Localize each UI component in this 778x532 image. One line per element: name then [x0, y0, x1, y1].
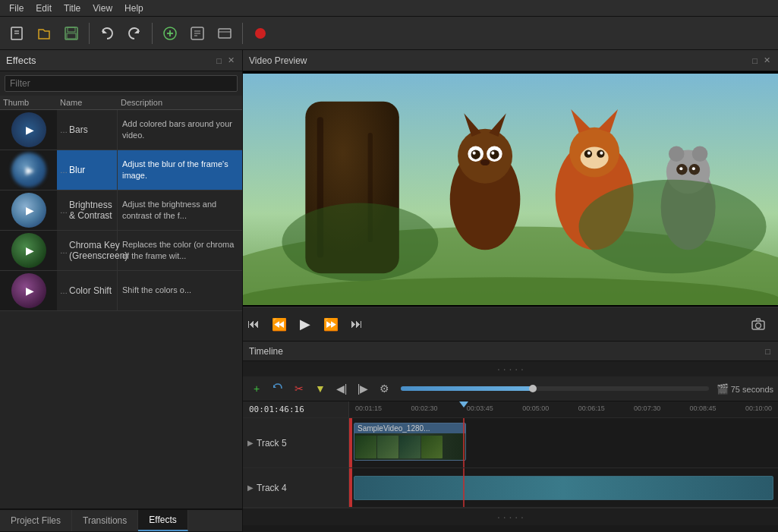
- ruler-mark-5: 00:06:15: [578, 405, 605, 414]
- col-thumb-header: Thumb: [3, 98, 60, 107]
- track-row-4: ▶ Track 4: [243, 468, 778, 508]
- menu-help[interactable]: Help: [118, 2, 150, 15]
- effect-thumb-blur: ▶: [0, 150, 57, 190]
- effects-panel-float[interactable]: □: [215, 55, 223, 65]
- svg-point-50: [692, 167, 695, 170]
- filter-input[interactable]: [5, 75, 238, 92]
- col-desc-header: Description: [121, 98, 230, 107]
- effect-name-blur: … Blur: [57, 150, 118, 190]
- menu-file[interactable]: File: [3, 2, 30, 15]
- svg-point-46: [692, 146, 708, 162]
- add-track-button[interactable]: [158, 21, 182, 46]
- playhead-line-track5: [463, 418, 465, 467]
- scrubber-handle[interactable]: [529, 385, 537, 392]
- undo-button[interactable]: [95, 21, 119, 46]
- timeline-float-button[interactable]: □: [764, 347, 772, 356]
- effect-desc-blur: Adjust the blur of the frame's image.: [118, 150, 242, 190]
- toolbar-separator-1: [89, 23, 90, 44]
- track-expand-icon[interactable]: ▶: [247, 439, 254, 447]
- camera-icon: [751, 318, 765, 330]
- video-clip-1[interactable]: SampleVideo_1280...: [354, 423, 466, 461]
- tl-next-button[interactable]: |▶: [354, 379, 372, 398]
- tab-project-files[interactable]: Project Files: [0, 510, 72, 531]
- open-button[interactable]: [32, 21, 56, 46]
- preview-float-button[interactable]: □: [751, 55, 759, 65]
- record-button[interactable]: [248, 21, 272, 46]
- timeline-header: Timeline □: [243, 342, 778, 361]
- effect-row-blur[interactable]: ▶ … Blur Adjust the blur of the frame's …: [0, 150, 242, 190]
- effects-panel-controls: □ ✕: [215, 55, 236, 65]
- timeline-toolbar: + ✂ ▼ ◀| |▶ ⚙: [243, 376, 778, 401]
- tab-transitions[interactable]: Transitions: [72, 510, 138, 531]
- effect-name-bars: … Bars: [57, 110, 118, 150]
- svg-point-40: [473, 151, 476, 154]
- effect-thumb-color: ▶: [0, 271, 57, 310]
- effect-thumb-bars: ▶: [0, 110, 57, 150]
- timeline-scrubber-track[interactable]: [401, 386, 709, 391]
- left-panel: Effects □ ✕ Thumb Name Description: [0, 50, 243, 532]
- tl-settings-button[interactable]: ⚙: [375, 379, 393, 398]
- timeline-duration: 🎬 75 seconds: [717, 383, 773, 395]
- toolbar: [0, 17, 778, 50]
- new-button[interactable]: [5, 21, 29, 46]
- effect-thumb-chroma: ▶: [0, 231, 57, 270]
- tl-cut-button[interactable]: ✂: [290, 379, 308, 398]
- filter-bar: [0, 71, 242, 96]
- thumb-bars-icon: ▶: [11, 112, 46, 147]
- menu-bar: File Edit Title View Help: [0, 0, 778, 17]
- edit-button[interactable]: [185, 21, 209, 46]
- effects-panel-title: Effects: [6, 55, 36, 66]
- play-icon-color: ▶: [26, 285, 34, 297]
- effect-row-bars[interactable]: ▶ … Bars Add colored bars around your vi…: [0, 110, 242, 150]
- track-row-5: ▶ Track 5 SampleVideo_1280...: [243, 418, 778, 468]
- save-button[interactable]: [59, 21, 83, 46]
- tl-filter-button[interactable]: ▼: [311, 379, 329, 398]
- play-icon-brightness: ▶: [26, 204, 34, 216]
- play-icon-blur: ▶: [26, 164, 34, 176]
- track-5-marker: [349, 418, 352, 467]
- preview-panel-controls: □ ✕: [751, 55, 772, 65]
- effect-row-chroma[interactable]: ▶ … Chroma Key (Greenscreen) Replaces th…: [0, 231, 242, 271]
- preview-close-button[interactable]: ✕: [762, 55, 772, 65]
- svg-rect-15: [219, 29, 231, 38]
- ruler-mark-3: 00:03:45: [467, 405, 493, 414]
- screenshot-button[interactable]: [748, 313, 769, 335]
- tl-undo-button[interactable]: [269, 379, 287, 398]
- track-4-label: Track 4: [257, 483, 287, 493]
- clip-header: SampleVideo_1280...: [354, 423, 465, 433]
- fast-forward-button[interactable]: ⏩: [320, 313, 342, 335]
- rewind-button[interactable]: ⏪: [269, 313, 290, 335]
- svg-point-27: [581, 146, 609, 168]
- track-4-expand-icon[interactable]: ▶: [247, 483, 254, 492]
- menu-view[interactable]: View: [87, 2, 118, 15]
- audio-clip[interactable]: [354, 476, 773, 500]
- ruler-mark-1: 00:01:15: [355, 405, 382, 414]
- track-label-5: ▶ Track 5: [243, 418, 349, 467]
- svg-point-33: [458, 128, 512, 183]
- skip-forward-button[interactable]: ⏭: [346, 313, 367, 335]
- tl-add-button[interactable]: +: [247, 379, 266, 398]
- effects-panel-header: Effects □ ✕: [0, 50, 242, 71]
- redo-button[interactable]: [122, 21, 146, 46]
- timeline-section: Timeline □ · · · · · + ✂ ▼ ◀| |▶ ⚙: [243, 341, 778, 525]
- tab-effects[interactable]: Effects: [138, 510, 187, 531]
- frame-4: [421, 436, 443, 458]
- effects-panel-close[interactable]: ✕: [226, 55, 236, 65]
- skip-back-button[interactable]: ⏮: [243, 313, 264, 335]
- effect-row-brightness[interactable]: ▶ … Brightness & Contrast Adjust the bri…: [0, 190, 242, 231]
- ruler-marks-area: 00:01:15 00:02:30 00:03:45 00:05:00 00:0…: [349, 401, 778, 417]
- play-button[interactable]: ▶: [295, 313, 316, 335]
- timeline-ruler: 00:01:46:16 00:01:15 00:02:30 00:03:45 0…: [243, 401, 778, 418]
- menu-edit[interactable]: Edit: [30, 2, 58, 15]
- video-frame: [243, 74, 778, 305]
- tl-prev-button[interactable]: ◀|: [332, 379, 351, 398]
- fullscreen-button[interactable]: [213, 21, 237, 46]
- effects-table-header: Thumb Name Description: [0, 96, 242, 110]
- svg-point-30: [587, 151, 591, 154]
- effect-row-color[interactable]: ▶ … Color Shift Shift the colors o...: [0, 271, 242, 311]
- ruler-mark-4: 00:05:00: [522, 405, 549, 414]
- track-label-4: ▶ Track 4: [243, 468, 349, 507]
- menu-title[interactable]: Title: [58, 2, 87, 15]
- timeline-bottom-dots: · · · · ·: [243, 508, 778, 525]
- svg-point-52: [282, 203, 438, 281]
